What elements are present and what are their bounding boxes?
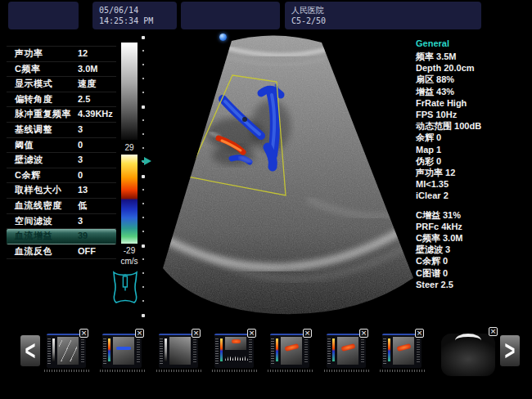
close-icon[interactable]: ×: [359, 329, 368, 338]
left-panel-row[interactable]: 壁滤波3: [7, 153, 116, 168]
close-icon[interactable]: ×: [79, 329, 88, 338]
left-panel-row[interactable]: C余辉0: [7, 168, 116, 184]
param-label: 脉冲重复频率: [15, 107, 71, 122]
left-panel: 声功率12C频率3.0M显示模式速度偏转角度2.5脉冲重复频率4.39KHz基线…: [7, 46, 116, 259]
thumbnail[interactable]: ×: [441, 332, 495, 376]
thumb-left-text: [383, 338, 386, 364]
left-panel-row[interactable]: 基线调整3: [7, 123, 116, 138]
filmstrip-next-button[interactable]: >: [500, 335, 520, 366]
left-panel-row[interactable]: 血流反色OFF: [7, 244, 116, 260]
chevron-left-icon: <: [25, 335, 36, 367]
thumb-scalebar: [108, 338, 110, 361]
chevron-right-icon: >: [505, 335, 516, 367]
thumb-scalebar: [388, 338, 390, 361]
close-icon[interactable]: ×: [489, 327, 498, 336]
close-icon[interactable]: ×: [192, 329, 201, 338]
left-panel-row[interactable]: 偏转角度2.5: [7, 92, 116, 108]
thumb-scalebar: [165, 338, 167, 361]
param-value: 低: [78, 199, 87, 213]
status-line: iClear 2: [416, 190, 530, 201]
ruler-tick: [142, 36, 145, 39]
velocity-unit: cm/s: [116, 257, 142, 266]
thumb-scalebar: [220, 338, 223, 361]
ruler-tick: [142, 64, 144, 65]
ruler-tick: [142, 314, 145, 317]
thumbnail[interactable]: ×: [102, 334, 142, 368]
status-line: 壁滤波 3: [416, 244, 530, 255]
thumbnail[interactable]: ×: [270, 334, 309, 368]
left-panel-row[interactable]: 显示模式速度: [7, 77, 116, 92]
topbar-logo-box: [8, 2, 79, 29]
thumb-waveform: [225, 354, 248, 361]
param-value: 3.0M: [78, 62, 97, 77]
thumb-image: [169, 337, 191, 365]
close-icon[interactable]: ×: [247, 329, 256, 338]
ultrasound-screen: 05/06/14 14:25:34 PM 人民医院 C5-2/50 声功率12C…: [0, 0, 532, 399]
ultrasound-image: [160, 34, 415, 317]
param-label: 取样包大小: [15, 183, 62, 198]
right-panel: General 频率 3.5MDepth 20.0cm扇区 88%增益 43%F…: [416, 38, 530, 290]
probe-image: [441, 334, 495, 376]
thumb-caption: [268, 370, 313, 372]
left-panel-row[interactable]: 血流增益39: [7, 229, 116, 244]
filmstrip-prev-button[interactable]: <: [20, 335, 40, 366]
param-value: 速度: [78, 77, 96, 92]
ruler-tick: [142, 189, 144, 191]
left-panel-row[interactable]: 脉冲重复频率4.39KHz: [7, 107, 116, 123]
thumbnail[interactable]: ×: [214, 334, 254, 368]
param-label: 血流反色: [15, 244, 52, 259]
ruler-tick: [142, 133, 144, 135]
status-line: 余辉 0: [416, 132, 530, 143]
close-icon[interactable]: ×: [415, 329, 424, 338]
thumb-right-text: [81, 338, 84, 362]
thumb-image: [281, 337, 302, 365]
depth-ruler: [140, 36, 147, 321]
param-label: 空间滤波: [15, 214, 52, 229]
status-line: Map 1: [416, 144, 530, 155]
param-label: 偏转角度: [15, 92, 52, 107]
thumb-scalebar: [332, 338, 335, 361]
status-line: Depth 20.0cm: [416, 62, 530, 74]
ruler-tick: [142, 217, 144, 218]
status-line: Steer 2.5: [416, 279, 530, 290]
param-label: 血流增益: [15, 229, 52, 244]
thumbnail[interactable]: ×: [159, 334, 198, 368]
left-panel-row[interactable]: C频率3.0M: [7, 62, 116, 78]
thumb-caption: [380, 370, 425, 372]
status-line: FPS 10Hz: [416, 109, 530, 120]
status-line: MI<1.35: [416, 178, 530, 190]
status-line: 增益 43%: [416, 86, 530, 97]
thumb-scalebar: [52, 338, 55, 361]
thumbnail[interactable]: ×: [47, 334, 86, 368]
ruler-tick: [142, 78, 144, 79]
param-label: 血流线密度: [15, 199, 62, 213]
left-panel-row[interactable]: 取样包大小13: [7, 183, 116, 199]
ruler-tick: [142, 231, 144, 232]
thumb-right-text: [417, 338, 420, 362]
time-text: 14:25:34 PM: [92, 16, 177, 26]
left-panel-row[interactable]: 血流线密度低: [7, 199, 116, 214]
left-panel-row[interactable]: 空间滤波3: [7, 214, 116, 230]
status-line: 频率 3.5M: [416, 51, 530, 62]
probe-model: C5-2/50: [285, 16, 481, 26]
thumbnail[interactable]: ×: [327, 334, 366, 368]
param-value: 12: [78, 47, 88, 61]
ruler-tick: [142, 203, 144, 204]
thumb-left-text: [271, 338, 274, 364]
thumb-caption: [156, 370, 201, 372]
close-icon[interactable]: ×: [135, 329, 144, 338]
thumbnail[interactable]: ×: [382, 334, 422, 368]
param-label: C频率: [15, 62, 40, 77]
body-mark-icon: [110, 268, 140, 307]
left-panel-row[interactable]: 阈值0: [7, 138, 116, 154]
left-panel-row[interactable]: 声功率12: [7, 47, 116, 62]
focus-marker-icon[interactable]: [144, 157, 151, 165]
param-label: 壁滤波: [15, 153, 43, 168]
ruler-tick: [142, 258, 144, 260]
topbar-datetime-box: 05/06/14 14:25:34 PM: [92, 2, 177, 29]
thumb-image: [337, 337, 358, 365]
param-label: 显示模式: [15, 77, 52, 92]
thumb-caption: [44, 370, 89, 372]
date-text: 05/06/14: [92, 2, 177, 16]
close-icon[interactable]: ×: [303, 329, 312, 338]
